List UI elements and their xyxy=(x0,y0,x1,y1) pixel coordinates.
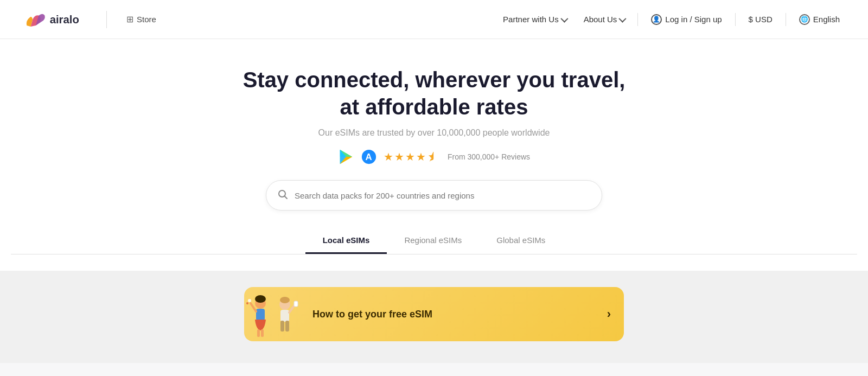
login-nav-item[interactable]: 👤 Log in / Sign up xyxy=(644,10,728,29)
hero-title-line1: Stay connected, wherever you travel, xyxy=(243,68,626,92)
star-rating: ★ ★ ★ ★ ⯨ xyxy=(384,150,438,163)
promo-chevron-icon: › xyxy=(607,307,611,321)
nav-separator-2 xyxy=(735,13,736,26)
star-4: ★ xyxy=(416,150,426,163)
tab-global-label: Global eSIMs xyxy=(496,235,545,245)
svg-rect-24 xyxy=(294,301,298,307)
store-label: Store xyxy=(137,15,156,24)
svg-point-16 xyxy=(248,299,251,302)
svg-rect-21 xyxy=(280,321,284,332)
logo-area: airalo ⊞ Store xyxy=(22,8,156,31)
tab-local-label: Local eSIMs xyxy=(323,235,370,245)
language-label: English xyxy=(813,15,840,24)
currency-label: $ USD xyxy=(749,15,773,24)
svg-rect-12 xyxy=(256,309,265,321)
partner-nav-item[interactable]: Partner with Us xyxy=(496,10,573,28)
svg-rect-20 xyxy=(280,310,289,322)
tab-regional-esims[interactable]: Regional eSIMs xyxy=(387,228,479,254)
user-icon: 👤 xyxy=(651,14,662,25)
tab-regional-label: Regional eSIMs xyxy=(404,235,462,245)
search-bar[interactable] xyxy=(266,180,602,211)
app-ratings-row: A ★ ★ ★ ★ ⯨ From 300,000+ Reviews xyxy=(11,149,857,165)
globe-icon: 🌐 xyxy=(799,14,810,25)
login-label: Log in / Sign up xyxy=(665,15,722,24)
svg-text:airalo: airalo xyxy=(50,14,79,26)
currency-nav-item[interactable]: $ USD xyxy=(742,10,779,28)
svg-line-9 xyxy=(285,196,287,199)
search-container xyxy=(11,180,857,211)
hero-title: Stay connected, wherever you travel, at … xyxy=(11,66,857,120)
svg-text:A: A xyxy=(365,152,372,162)
search-input[interactable] xyxy=(295,191,591,200)
promo-illustration xyxy=(244,287,304,341)
app-store-icon[interactable]: A xyxy=(361,149,377,165)
about-nav-item[interactable]: About Us xyxy=(577,10,631,28)
promo-banner[interactable]: How to get your free eSIM › xyxy=(244,287,624,341)
promo-people-svg xyxy=(244,287,304,341)
svg-rect-13 xyxy=(257,329,260,337)
reviews-text: From 300,000+ Reviews xyxy=(448,152,530,161)
svg-point-8 xyxy=(279,190,285,197)
svg-point-11 xyxy=(255,295,266,303)
store-nav-item[interactable]: ⊞ Store xyxy=(126,14,156,24)
partner-chevron-icon xyxy=(560,15,568,22)
nav-separator-1 xyxy=(637,13,638,26)
promo-text: How to get your free eSIM xyxy=(312,309,607,320)
tab-global-esims[interactable]: Global eSIMs xyxy=(479,228,563,254)
language-nav-item[interactable]: 🌐 English xyxy=(793,10,846,29)
navbar: airalo ⊞ Store Partner with Us About Us … xyxy=(0,0,868,39)
hero-subtitle: Our eSIMs are trusted by over 10,000,000… xyxy=(11,128,857,138)
hero-title-line2: at affordable rates xyxy=(340,95,528,119)
star-1: ★ xyxy=(384,150,393,163)
nav-separator-3 xyxy=(786,13,786,26)
nav-divider xyxy=(106,11,107,28)
esim-tabs: Local eSIMs Regional eSIMs Global eSIMs xyxy=(11,228,857,254)
nav-right: Partner with Us About Us 👤 Log in / Sign… xyxy=(496,10,846,29)
airalo-logo[interactable]: airalo xyxy=(22,8,87,31)
google-play-icon[interactable] xyxy=(338,149,354,165)
about-chevron-icon xyxy=(619,15,627,22)
svg-rect-14 xyxy=(261,329,264,337)
star-3: ★ xyxy=(405,150,415,163)
search-icon xyxy=(277,189,288,202)
store-icon: ⊞ xyxy=(126,14,133,24)
partner-label: Partner with Us xyxy=(503,15,559,24)
tab-local-esims[interactable]: Local eSIMs xyxy=(305,228,387,254)
hero-section: Stay connected, wherever you travel, at … xyxy=(0,39,868,271)
about-label: About Us xyxy=(584,15,617,24)
star-2: ★ xyxy=(394,150,404,163)
lower-section: How to get your free eSIM › xyxy=(0,271,868,363)
svg-rect-22 xyxy=(285,321,289,332)
star-5-half: ⯨ xyxy=(427,151,438,163)
svg-point-19 xyxy=(280,297,290,303)
svg-point-17 xyxy=(246,302,248,304)
